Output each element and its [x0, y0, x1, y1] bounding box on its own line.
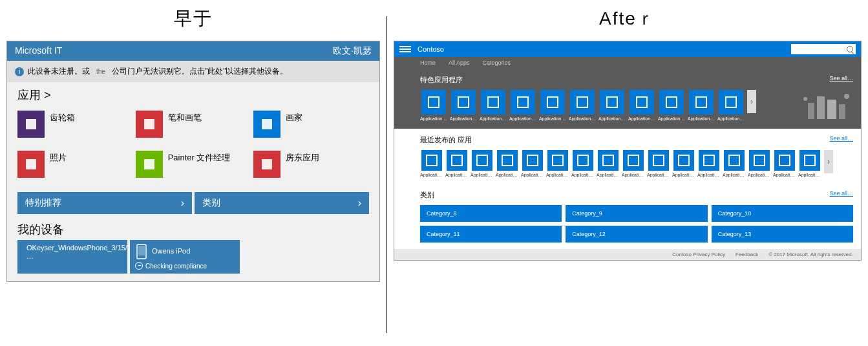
recent-apps: Application_1…Application_1…Application_…	[420, 150, 821, 177]
app-label: Application_93	[658, 116, 685, 121]
app-label: Application_88	[509, 116, 536, 121]
app-tile[interactable]: Application_1…	[546, 150, 569, 177]
app-label: Application_90	[569, 116, 596, 121]
app-tile[interactable]: Application_1…	[471, 150, 494, 177]
device-tile[interactable]: OKeyser_WindowsPhone_3/15/2017_5:06 …	[17, 240, 127, 274]
app-icon	[600, 90, 624, 114]
categories-button[interactable]: 类别 ›	[195, 192, 369, 214]
nav-item[interactable]: Home	[420, 59, 436, 66]
app-label: Application_1…	[471, 173, 494, 177]
app-tile[interactable]: Application_91	[598, 90, 626, 121]
app-icon	[522, 150, 543, 171]
app-tile[interactable]: Application_1…	[445, 150, 469, 177]
user-label[interactable]: 欧文·凯瑟	[333, 45, 372, 57]
category-tile[interactable]: Category_11	[420, 226, 562, 243]
svg-point-14	[844, 94, 849, 99]
featured-apps: Application_100Application_86Application…	[420, 90, 745, 121]
categories-section: 类别 See all… Category_8Category_9Category…	[394, 184, 861, 249]
app-item[interactable]: 齿轮箱	[17, 107, 133, 142]
app-tile[interactable]: Application_1…	[597, 150, 620, 177]
app-label: Application_86	[450, 116, 477, 121]
app-icon	[659, 90, 684, 114]
app-label: 画家	[286, 111, 302, 124]
app-tile[interactable]: Application_88	[509, 90, 536, 121]
app-tile[interactable]: Application_1…	[496, 150, 519, 177]
status-the: the	[96, 68, 105, 75]
app-tile[interactable]: Application_94	[688, 90, 715, 121]
svg-rect-3	[26, 159, 36, 169]
category-tile[interactable]: Category_9	[566, 205, 707, 222]
app-tile[interactable]: Application_86	[450, 90, 477, 121]
category-tile[interactable]: Category_12	[566, 226, 707, 243]
app-tile[interactable]: Application_89	[539, 90, 566, 121]
app-tile[interactable]: Application_1…	[798, 150, 821, 177]
scroll-right-icon[interactable]: ›	[824, 150, 833, 173]
app-icon	[17, 111, 45, 138]
before-panel: 早于 Microsoft IT 欧文·凯瑟 i 此设备未注册。或 the 公司门…	[0, 0, 386, 346]
recent-section: 最近发布的 应用 See all… Application_1…Applicat…	[394, 129, 861, 184]
devices-heading: 我的设备	[7, 217, 379, 240]
clock-icon	[135, 262, 143, 270]
see-all-link[interactable]: See all…	[829, 75, 853, 85]
app-item[interactable]: 照片	[17, 147, 133, 182]
category-tile[interactable]: Category_8	[420, 205, 562, 222]
app-icon	[623, 150, 644, 171]
nav-item[interactable]: Categories	[483, 59, 511, 66]
app-icon	[699, 150, 719, 171]
privacy-link[interactable]: Contoso Privacy Policy	[672, 252, 725, 257]
apps-heading[interactable]: 应用 >	[17, 87, 369, 103]
app-tile[interactable]: Application_1…	[748, 150, 771, 177]
see-all-link[interactable]: See all…	[829, 135, 853, 145]
feedback-link[interactable]: Feedback	[736, 252, 758, 257]
app-icon	[648, 150, 669, 171]
app-item[interactable]: 笔和画笔	[136, 107, 251, 142]
app-tile[interactable]: Application_95	[717, 90, 745, 121]
app-tile[interactable]: Application_1…	[672, 150, 695, 177]
app-icon	[451, 90, 476, 114]
app-tile[interactable]: Application_1…	[723, 150, 746, 177]
svg-point-15	[803, 97, 807, 101]
app-icon	[511, 90, 535, 114]
app-tile[interactable]: Application_1…	[697, 150, 721, 177]
app-icon	[253, 111, 281, 138]
app-tile[interactable]: Application_1…	[773, 150, 796, 177]
app-tile[interactable]: Application_93	[658, 90, 685, 121]
app-tile[interactable]: Application_92	[628, 90, 655, 121]
app-tile[interactable]: Application_87	[480, 90, 507, 121]
app-tile[interactable]: Application_1…	[420, 150, 443, 177]
app-icon	[689, 90, 714, 114]
app-icon	[481, 90, 505, 114]
after-header: Contoso	[394, 41, 861, 57]
scroll-right-icon[interactable]: ›	[747, 90, 756, 113]
app-tile[interactable]: Application_1…	[647, 150, 670, 177]
see-all-link[interactable]: See all…	[829, 190, 853, 200]
nav-item[interactable]: All Apps	[449, 59, 470, 66]
app-item[interactable]: Painter 文件经理	[136, 147, 251, 182]
app-icon	[17, 151, 45, 178]
category-tile[interactable]: Category_10	[712, 205, 853, 222]
device-tile[interactable]: Owens iPodChecking compliance	[130, 240, 240, 274]
hamburger-icon[interactable]	[399, 46, 411, 52]
app-item[interactable]: 房东应用	[253, 147, 369, 182]
app-icon	[472, 150, 492, 171]
search-input[interactable]	[791, 44, 856, 54]
svg-rect-2	[262, 119, 272, 129]
copyright: © 2017 Microsoft. All rights reserved.	[768, 252, 853, 257]
featured-button[interactable]: 特别推荐 ›	[17, 192, 192, 214]
app-label: Application_1…	[723, 173, 746, 177]
footer: Contoso Privacy Policy Feedback © 2017 M…	[394, 249, 861, 260]
category-tile[interactable]: Category_13	[712, 226, 853, 243]
app-icon	[570, 90, 595, 114]
app-tile[interactable]: Application_1…	[521, 150, 544, 177]
app-icon	[136, 151, 163, 178]
status-bar: i 此设备未注册。或 the 公司门户无法识别它。点击"此处"以选择其他设备。	[7, 61, 379, 82]
svg-rect-12	[827, 100, 836, 119]
app-tile[interactable]: Application_111	[571, 150, 595, 177]
app-label: Application_94	[688, 116, 715, 121]
app-tile[interactable]: Application_90	[569, 90, 596, 121]
app-label: Application_91	[598, 116, 626, 121]
app-tile[interactable]: Application_1…	[622, 150, 645, 177]
app-item[interactable]: 画家	[253, 107, 369, 142]
app-tile[interactable]: Application_100	[420, 90, 447, 121]
search-icon	[847, 46, 853, 52]
